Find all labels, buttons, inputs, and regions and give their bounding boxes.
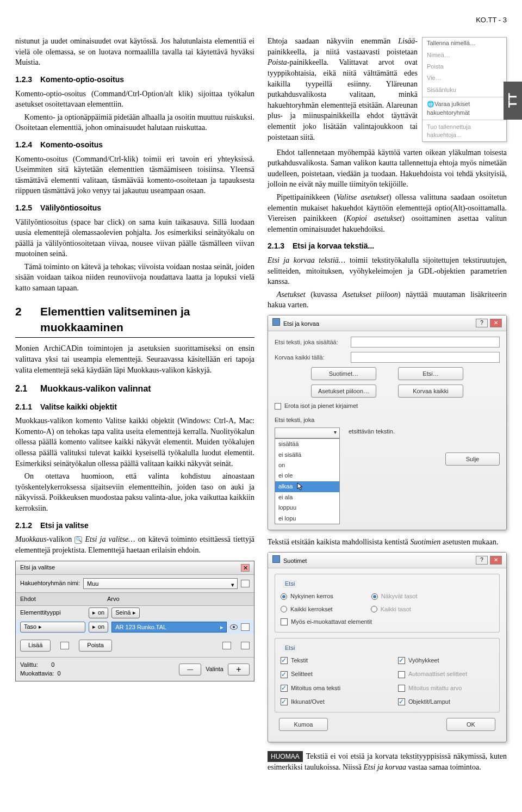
cb-ikkunat[interactable]: Ikkunat/Ovet bbox=[281, 698, 376, 706]
value-cell-2[interactable]: AR 123 Runko.TAL bbox=[111, 622, 227, 633]
p-r3: Pipettipainikkeen (Valitse asetukset) ol… bbox=[268, 192, 507, 234]
replace-all-button[interactable]: Korvaa kaikki bbox=[398, 385, 463, 398]
case-checkbox[interactable] bbox=[275, 403, 281, 410]
opt-ei-lopu[interactable]: ei lopu bbox=[275, 513, 339, 524]
heading-125: 1.2.5Välilyöntiosoitus bbox=[15, 203, 254, 214]
opt-on[interactable]: on bbox=[275, 460, 339, 470]
radio-current[interactable]: Nykyinen kerros bbox=[281, 592, 333, 600]
find-select-palette: Etsi ja valitse ✕ Hakuehtoryhmän nimi: M… bbox=[15, 561, 254, 681]
palette-close-button[interactable]: ✕ bbox=[241, 564, 250, 572]
p-211b: On otettava huomioon, että valinta kohdi… bbox=[15, 471, 254, 513]
heading-212: 2.1.2Etsi ja valitse bbox=[15, 520, 254, 531]
eye-icon[interactable] bbox=[230, 624, 238, 630]
match-dropdown-list[interactable]: sisältää ei sisällä on ei ole alkaa ei a… bbox=[275, 438, 340, 524]
heading-21: 2.1Muokkaus-valikon valinnat bbox=[15, 383, 254, 395]
ok-button[interactable]: OK bbox=[446, 718, 495, 731]
p-213a: Etsi ja korvaa tekstiä… toimii tekstityö… bbox=[268, 255, 507, 287]
divider bbox=[15, 337, 254, 338]
menu-reserve[interactable]: 🌐Varaa julkiset hakuehtoryhmät bbox=[422, 98, 506, 119]
add-criteria-button[interactable]: Lisää bbox=[20, 640, 51, 652]
radio-all-stories[interactable]: Kaikki kerrokset bbox=[281, 605, 333, 613]
heading-211: 2.1.1Valitse kaikki objektit bbox=[15, 402, 254, 413]
op-pill[interactable]: ▸ on bbox=[89, 608, 108, 618]
cancel-button[interactable]: Kumoa bbox=[279, 718, 328, 731]
opt-sisaltaa[interactable]: sisältää bbox=[275, 439, 339, 449]
globe-icon: 🌐 bbox=[427, 100, 434, 108]
dropdown-menu-icon[interactable] bbox=[241, 580, 250, 587]
radio-visible-layers: Näkyvät tasot bbox=[371, 592, 418, 600]
opt-ei-ole[interactable]: ei ole bbox=[275, 470, 339, 481]
menu-save-as[interactable]: Tallenna nimellä… bbox=[422, 38, 506, 49]
match-dropdown[interactable] bbox=[275, 427, 340, 438]
filters-button[interactable]: Suotimet… bbox=[311, 367, 376, 380]
layer-picker-icon[interactable] bbox=[241, 623, 250, 631]
radio-all-layers: Kaikki tasot bbox=[371, 605, 411, 613]
syringe-icon[interactable] bbox=[241, 642, 250, 649]
after-dropdown-label: etsittävän tekstin. bbox=[349, 428, 395, 435]
help-button[interactable]: ? bbox=[476, 319, 488, 327]
opt-ei-ala[interactable]: ei ala bbox=[275, 492, 339, 503]
cursor-icon bbox=[297, 482, 303, 491]
p-124: Komento-osoitus (Command/Ctrl-klik) toim… bbox=[15, 154, 254, 196]
opt-alkaa[interactable]: alkaa bbox=[275, 481, 339, 492]
find-input[interactable] bbox=[351, 337, 500, 348]
heading-124: 1.2.4Komento-osoitus bbox=[15, 140, 254, 151]
opt-loppuu[interactable]: loppuu bbox=[275, 503, 339, 513]
criteria-popup-menu: Tallenna nimellä… Nimeä… Poista Vie… Sis… bbox=[422, 37, 507, 142]
cb-selitteet[interactable]: Selitteet bbox=[281, 670, 376, 678]
eyedropper-icon[interactable] bbox=[222, 642, 231, 649]
case-label: Erota isot ja pienet kirjaimet bbox=[284, 402, 358, 410]
group-select[interactable]: Muu bbox=[83, 578, 238, 589]
value-pill[interactable]: Seinä ▸ bbox=[111, 608, 140, 618]
valinta-label: Valinta bbox=[206, 665, 223, 673]
close-dialog-button[interactable]: Sulje bbox=[445, 453, 500, 466]
intro-p: nistunut ja uudet ominaisuudet ovat käyt… bbox=[15, 36, 254, 68]
p-r2: Ehdot tallennetaan myöhempää käyttöä var… bbox=[268, 147, 507, 190]
page-header: KO.TT - 3 bbox=[15, 15, 507, 25]
right-column: Tallenna nimellä… Nimeä… Poista Vie… Sis… bbox=[268, 36, 507, 775]
cb-noneditable[interactable]: Myös ei-muokattavat elementit bbox=[281, 618, 494, 626]
menu-rename: Nimeä… bbox=[422, 49, 506, 61]
hide-settings-button[interactable]: Asetukset piiloon… bbox=[311, 385, 376, 398]
heading-213: 2.1.3Etsi ja korvaa tekstiä... bbox=[268, 241, 507, 252]
group-label: Hakuehtoryhmän nimi: bbox=[20, 579, 80, 587]
p-125a: Välilyöntiosoitus (space bar click) on s… bbox=[15, 217, 254, 259]
menu-bring: Tuo tallennettuja hakuehtoja… bbox=[422, 121, 506, 141]
cb-mitoitus[interactable]: Mitoitus oma teksti bbox=[281, 684, 376, 692]
close-button[interactable]: ✕ bbox=[490, 319, 502, 327]
filters-title: Suotimet bbox=[283, 557, 307, 564]
p-after-d1: Tekstiä etsitään kaikista mahdollisista … bbox=[268, 537, 507, 548]
p-213b: Asetukset (kuvassa Asetukset piiloon) nä… bbox=[268, 289, 507, 311]
heading-123: 1.2.3Komento-optio-osoitus bbox=[15, 75, 254, 85]
palette-title: Etsi ja valitse bbox=[20, 563, 55, 572]
p-123a: Komento-optio-osoitus (Command/Ctrl-Opti… bbox=[15, 89, 254, 110]
group1-legend: Etsi bbox=[283, 580, 297, 588]
find-label: Etsi teksti, joka sisältää: bbox=[275, 338, 351, 346]
huomaa-p: HUOMAATekstiä ei voi etsiä ja korvata te… bbox=[268, 751, 507, 773]
close-button[interactable]: ✕ bbox=[490, 556, 502, 565]
cb-vyohykkeet[interactable]: Vyöhykkeet bbox=[398, 656, 494, 665]
add-dropdown-icon[interactable] bbox=[60, 642, 69, 649]
op-pill-2[interactable]: ▸ on bbox=[89, 622, 108, 633]
p-212: Muokkaus-valikon Etsi ja valitse… on kät… bbox=[15, 534, 254, 555]
criteria-row-2[interactable]: Taso ▸ ▸ on AR 123 Runko.TAL bbox=[16, 620, 254, 634]
side-tab: TT bbox=[504, 82, 522, 120]
cb-objektit[interactable]: Objektit/Lamput bbox=[398, 698, 494, 706]
opt-ei-sisalla[interactable]: ei sisällä bbox=[275, 450, 339, 460]
p-125b: Tämä toiminto on kätevä ja tehokas; viiv… bbox=[15, 262, 254, 294]
p-2: Monien ArchiCADin toimintojen ja asetuks… bbox=[15, 343, 254, 375]
remove-criteria-button[interactable]: Poista bbox=[79, 640, 112, 652]
minus-button[interactable]: — bbox=[179, 664, 201, 675]
find-button[interactable]: Etsi… bbox=[398, 367, 463, 380]
criteria-type[interactable]: Taso ▸ bbox=[20, 622, 85, 633]
plus-button[interactable]: + bbox=[228, 664, 250, 675]
heading-2: 2 Elementtien valitseminen ja muokkaamin… bbox=[15, 303, 254, 336]
menu-delete: Poista bbox=[422, 61, 506, 72]
left-column: nistunut ja uudet ominaisuudet ovat käyt… bbox=[15, 36, 254, 775]
find-select-icon bbox=[74, 536, 82, 544]
replace-input[interactable] bbox=[351, 352, 500, 363]
cb-tekstit[interactable]: Tekstit bbox=[281, 656, 376, 665]
help-button[interactable]: ? bbox=[476, 556, 488, 565]
replace-label: Korvaa kaikki tällä: bbox=[275, 354, 351, 362]
criteria-header: Ehdot Arvo bbox=[16, 592, 254, 606]
